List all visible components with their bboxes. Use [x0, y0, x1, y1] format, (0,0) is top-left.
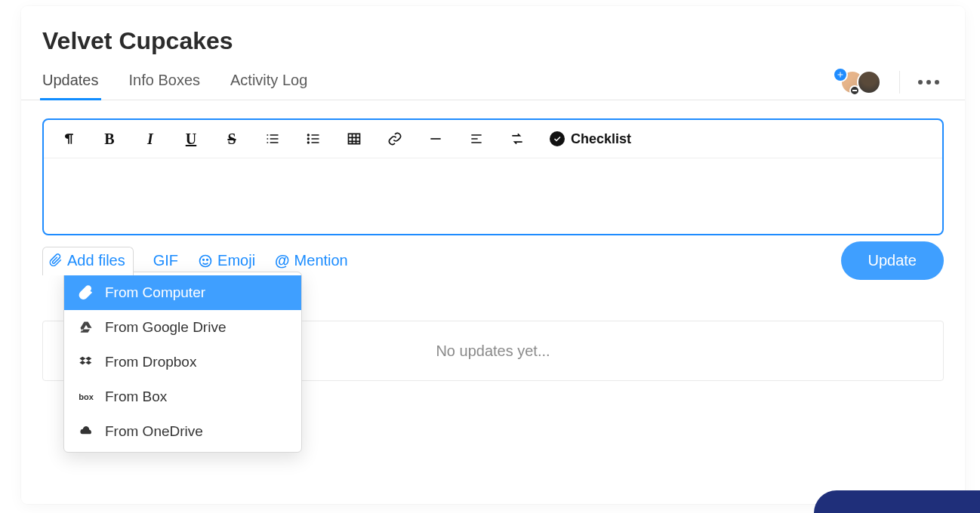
tabs-right	[833, 69, 944, 96]
svg-point-1	[307, 137, 310, 140]
svg-point-6	[207, 259, 208, 260]
add-files-label: Add files	[67, 252, 125, 269]
attach-group: Add files GIF Emoji @ Mention	[42, 247, 348, 275]
strikethrough-button[interactable]: S	[223, 131, 240, 147]
paperclip-icon	[78, 285, 94, 300]
horizontal-rule-icon[interactable]	[427, 131, 444, 147]
emoji-button[interactable]: Emoji	[198, 252, 255, 269]
dropdown-label: From OneDrive	[105, 423, 203, 440]
svg-point-5	[203, 259, 205, 260]
divider	[899, 71, 900, 94]
page-title: Velvet Cupcakes	[21, 21, 965, 64]
dropdown-label: From Computer	[105, 284, 205, 301]
ordered-list-icon[interactable]	[264, 131, 281, 147]
gdrive-icon	[78, 320, 94, 335]
gif-button[interactable]: GIF	[153, 252, 178, 269]
dropdown-item-onedrive[interactable]: From OneDrive	[64, 414, 301, 449]
tabs: Updates Info Boxes Activity Log	[42, 64, 307, 100]
tab-updates[interactable]: Updates	[42, 64, 99, 100]
mention-button[interactable]: @ Mention	[275, 252, 348, 269]
align-icon[interactable]	[468, 131, 485, 147]
add-files-button[interactable]: Add files	[42, 247, 134, 275]
checklist-label: Checklist	[571, 131, 631, 147]
unordered-list-icon[interactable]	[305, 131, 322, 147]
dropdown-item-google-drive[interactable]: From Google Drive	[64, 310, 301, 345]
tab-activity-log[interactable]: Activity Log	[230, 64, 307, 100]
dropdown-label: From Google Drive	[105, 319, 227, 336]
editor-toolbar: B I U S	[44, 120, 942, 158]
table-icon[interactable]	[346, 131, 362, 147]
dropdown-label: From Dropbox	[105, 354, 196, 370]
add-files-dropdown: From Computer From Google Drive From Dro…	[63, 272, 302, 453]
bold-button[interactable]: B	[101, 131, 118, 147]
more-menu-button[interactable]	[914, 77, 944, 88]
dropdown-label: From Box	[105, 389, 167, 405]
status-dot-icon	[849, 85, 860, 96]
item-panel: Velvet Cupcakes Updates Info Boxes Activ…	[21, 6, 965, 504]
emoji-label: Emoji	[217, 252, 255, 269]
corner-widget[interactable]	[814, 490, 980, 513]
editor-actions: Add files GIF Emoji @ Mention Update Fro…	[42, 241, 944, 280]
avatar	[857, 70, 881, 94]
box-icon: box	[78, 392, 94, 401]
underline-button[interactable]: U	[183, 131, 199, 147]
onedrive-icon	[78, 424, 94, 439]
svg-rect-3	[430, 138, 440, 140]
dropdown-item-dropbox[interactable]: From Dropbox	[64, 345, 301, 379]
link-icon[interactable]	[387, 131, 403, 147]
svg-point-2	[307, 141, 310, 143]
text-direction-icon[interactable]	[509, 131, 525, 147]
dropbox-icon	[78, 355, 94, 370]
update-button[interactable]: Update	[841, 241, 945, 280]
smile-icon	[198, 253, 213, 269]
svg-point-4	[200, 255, 211, 266]
paperclip-icon	[49, 253, 63, 267]
check-circle-icon	[550, 131, 565, 146]
add-member-icon[interactable]	[833, 67, 848, 82]
paragraph-icon[interactable]	[60, 131, 77, 147]
at-icon: @	[275, 252, 290, 269]
dropdown-item-from-computer[interactable]: From Computer	[64, 275, 301, 310]
tabs-row: Updates Info Boxes Activity Log	[21, 64, 965, 100]
mention-label: Mention	[294, 252, 348, 269]
tab-info-boxes[interactable]: Info Boxes	[129, 64, 201, 100]
members-avatars[interactable]	[833, 69, 886, 96]
editor-textarea[interactable]	[44, 158, 942, 234]
italic-button[interactable]: I	[142, 131, 159, 147]
svg-point-0	[307, 134, 310, 136]
dropdown-item-box[interactable]: box From Box	[64, 379, 301, 414]
checklist-button[interactable]: Checklist	[550, 131, 631, 147]
update-editor: B I U S	[42, 118, 944, 235]
